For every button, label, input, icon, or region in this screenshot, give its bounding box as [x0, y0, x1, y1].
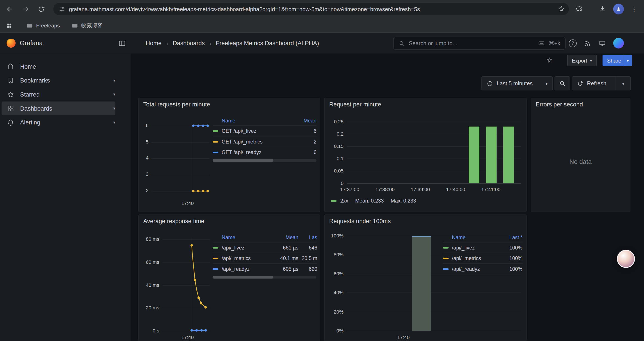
- legend-header-mean[interactable]: Mean: [294, 118, 316, 124]
- floating-assistant-avatar[interactable]: [617, 250, 635, 268]
- sidebar-item-starred[interactable]: Starred ▾: [2, 88, 115, 101]
- legend-row[interactable]: GET /api/_readyz 6: [212, 147, 316, 157]
- clock-icon: [487, 80, 493, 87]
- home-icon: [7, 63, 14, 70]
- refresh-interval-dropdown[interactable]: ▾: [616, 76, 631, 90]
- series-name: /api/_livez: [452, 245, 501, 250]
- legend-header: Name Mean Las: [212, 233, 317, 242]
- monitor-icon: [598, 39, 606, 47]
- share-button[interactable]: Share: [602, 55, 626, 66]
- legend-header-last[interactable]: Last *: [501, 235, 522, 240]
- series-name: GET /api/_readyz: [222, 149, 294, 155]
- sidebar-item-home[interactable]: Home: [2, 60, 115, 73]
- bookmark-folder[interactable]: Freeleaps: [26, 22, 60, 29]
- series-last: 646: [298, 245, 317, 250]
- share-dropdown-button[interactable]: ▾: [623, 55, 632, 66]
- apps-grid-button[interactable]: [3, 20, 15, 31]
- sidebar-collapse-button[interactable]: [116, 38, 127, 49]
- export-button[interactable]: Export ▾: [567, 55, 597, 66]
- series-mean: 40.1 ms: [273, 255, 298, 261]
- sidebar-item-dashboards[interactable]: Dashboards ▾: [2, 102, 115, 115]
- legend-header-last[interactable]: Las: [298, 235, 317, 240]
- search-shortcut: ⌘+k: [549, 40, 560, 47]
- legend-header-name[interactable]: Name: [222, 235, 273, 240]
- url-bar[interactable]: grafana.mathmast.com/d/deytv4rwavabkb/fr…: [53, 3, 569, 15]
- series-color-swatch: [443, 247, 448, 248]
- help-icon: ?: [569, 39, 577, 47]
- series-last: 100%: [501, 245, 522, 250]
- series-name: /api/_readyz: [222, 266, 273, 272]
- series-color-swatch: [443, 268, 448, 270]
- refresh-button-label: Refresh: [587, 80, 606, 87]
- chevron-down-icon: ▾: [622, 81, 624, 86]
- chevron-down-icon: ▾: [590, 58, 592, 63]
- series-color-swatch: [212, 268, 218, 270]
- refresh-button[interactable]: Refresh: [572, 76, 616, 90]
- legend-header-mean[interactable]: Mean: [273, 235, 298, 240]
- series-name: /api/_readyz: [452, 266, 501, 272]
- chevron-down-icon: ▾: [113, 106, 115, 111]
- panel-title[interactable]: Requests under 100ms: [329, 218, 391, 224]
- search-input[interactable]: Search or jump to... ⌘+k: [393, 37, 566, 50]
- sidebar-item-alerting[interactable]: Alerting ▾: [2, 115, 115, 129]
- series-color-swatch: [212, 141, 218, 142]
- legend-row[interactable]: /api/_livez 661 µs 646: [212, 242, 317, 253]
- breadcrumb-current: Freeleaps Metrics Dashboard (ALPHA): [216, 40, 319, 47]
- back-button[interactable]: [3, 3, 16, 16]
- panel-title[interactable]: Request per minute: [329, 101, 381, 108]
- browser-toolbar: grafana.mathmast.com/d/deytv4rwavabkb/fr…: [0, 0, 644, 33]
- legend-header: Name Last *: [443, 233, 522, 242]
- panel-left-icon: [118, 39, 126, 47]
- bookmark-folder[interactable]: 收藏博客: [71, 22, 102, 29]
- forward-button[interactable]: [19, 3, 32, 16]
- arrow-left-icon: [6, 5, 14, 13]
- legend-scrollbar-thumb[interactable]: [212, 159, 273, 162]
- series-mean: 2: [294, 139, 316, 144]
- sidebar-item-label: Bookmarks: [20, 77, 50, 84]
- series-name[interactable]: 2xx: [340, 198, 348, 204]
- browser-menu-button[interactable]: ⋮: [628, 3, 641, 16]
- site-settings-icon[interactable]: [59, 6, 65, 12]
- panel-title[interactable]: Errors per second: [536, 101, 583, 108]
- series-name: /api/_metrics: [452, 255, 501, 261]
- star-icon: [7, 91, 14, 98]
- extensions-button[interactable]: [572, 3, 586, 16]
- legend-scrollbar-thumb[interactable]: [212, 276, 273, 278]
- legend-row[interactable]: /api/_metrics 40.1 ms 20.5 m: [212, 253, 317, 263]
- reload-button[interactable]: [34, 3, 48, 16]
- legend-row[interactable]: /api/_readyz 100%: [443, 263, 522, 274]
- legend-row[interactable]: GET /api/_metrics 2: [212, 136, 316, 147]
- series-color-swatch: [331, 200, 336, 202]
- news-button[interactable]: [584, 39, 592, 47]
- sidebar-item-label: Dashboards: [20, 105, 52, 112]
- zoom-out-time-button[interactable]: [554, 76, 570, 90]
- help-button[interactable]: ?: [569, 39, 577, 47]
- bookmark-star-icon[interactable]: [558, 5, 565, 12]
- chevron-down-icon: ▾: [113, 78, 115, 83]
- user-avatar[interactable]: [613, 38, 624, 49]
- apps-grid-icon: [6, 22, 12, 29]
- search-placeholder: Search or jump to...: [409, 40, 534, 46]
- sidebar-item-bookmarks[interactable]: Bookmarks ▾: [2, 74, 115, 87]
- chevron-down-icon: ▾: [113, 92, 115, 97]
- series-name: /api/_livez: [222, 245, 273, 250]
- panel-errors-per-second: Errors per second No data: [531, 98, 630, 212]
- folder-icon: [71, 22, 78, 29]
- kiosk-mode-button[interactable]: [598, 39, 606, 47]
- time-range-picker[interactable]: Last 5 minutes ▾: [481, 76, 553, 90]
- no-data-message: No data: [531, 158, 630, 166]
- downloads-button[interactable]: [596, 3, 609, 16]
- legend-row[interactable]: /api/_livez 100%: [443, 242, 522, 253]
- legend-row[interactable]: GET /api/_livez 6: [212, 125, 316, 136]
- series-last: 620: [298, 266, 317, 272]
- browser-profile-avatar[interactable]: [613, 4, 624, 15]
- legend-row[interactable]: /api/_metrics 100%: [443, 253, 522, 263]
- sidebar-item-label: Alerting: [20, 119, 40, 126]
- legend-row[interactable]: /api/_readyz 605 µs 620: [212, 263, 317, 274]
- favorite-dashboard-button[interactable]: ☆: [544, 55, 555, 66]
- breadcrumb-home[interactable]: Home: [146, 40, 162, 47]
- grafana-logo[interactable]: [6, 39, 16, 48]
- breadcrumb-dashboards[interactable]: Dashboards: [173, 40, 205, 47]
- legend-header-name[interactable]: Name: [452, 235, 501, 240]
- legend-header-name[interactable]: Name: [222, 118, 294, 124]
